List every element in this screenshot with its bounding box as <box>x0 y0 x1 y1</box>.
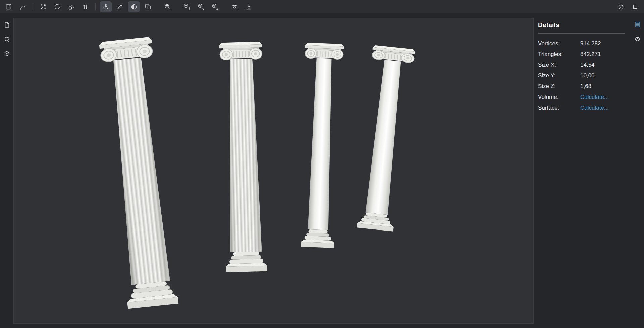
cube-arrow-right-icon <box>212 3 219 10</box>
clip-plane-button[interactable] <box>128 1 140 12</box>
calculate-volume-link[interactable]: Calculate... <box>580 94 609 101</box>
light-theme-button[interactable] <box>615 1 627 12</box>
toolbar-separator <box>95 3 96 10</box>
camera-icon <box>231 3 238 10</box>
drop-to-floor-button[interactable] <box>243 1 255 12</box>
details-panel-button[interactable] <box>633 19 643 29</box>
draw-line-button[interactable] <box>114 1 126 12</box>
fit-view-icon <box>40 3 47 10</box>
left-sidebar <box>0 13 13 328</box>
cube-arrow-down-icon <box>183 3 191 10</box>
curve-path-button[interactable] <box>16 1 29 12</box>
detail-label: Size Y: <box>538 72 580 79</box>
detail-row-size-y: Size Y: 10,00 <box>538 70 625 81</box>
detail-value: 14,54 <box>580 62 595 68</box>
column-mesh-3[interactable] <box>298 43 344 248</box>
copy-icon <box>145 3 152 10</box>
moon-icon <box>632 3 639 10</box>
detail-label: Triangles: <box>538 51 580 58</box>
column-mesh-1[interactable] <box>99 37 179 309</box>
cube-arrow-out-icon <box>198 3 205 10</box>
detail-row-size-z: Size Z: 1,68 <box>538 81 625 92</box>
app-window: Details Vertices: 914.282 Triangles: 842… <box>0 0 644 328</box>
zoom-box-icon <box>164 3 171 10</box>
align-floor-icon <box>245 3 252 10</box>
right-strip <box>631 13 644 328</box>
open-scene-button[interactable] <box>2 1 14 12</box>
files-panel-button[interactable] <box>2 20 12 30</box>
curve-arrow-icon <box>19 3 26 10</box>
detail-label: Surface: <box>538 105 580 111</box>
pivot-anchor-icon <box>102 3 109 10</box>
pivot-button[interactable] <box>100 1 112 12</box>
cube-icon <box>3 50 10 57</box>
copy-button[interactable] <box>142 1 154 12</box>
fit-view-button[interactable] <box>37 1 49 12</box>
object-import-button[interactable] <box>181 1 193 12</box>
details-title: Details <box>538 21 625 34</box>
column-mesh-2[interactable] <box>219 42 268 272</box>
detail-value: 842.271 <box>580 51 601 58</box>
toolbar-separator <box>33 3 33 10</box>
detail-value: 914.282 <box>580 40 601 47</box>
swap-axes-button[interactable] <box>79 1 91 12</box>
column-mesh-4[interactable] <box>354 45 416 232</box>
calculate-surface-link[interactable]: Calculate... <box>580 105 609 111</box>
detail-row-volume: Volume: Calculate... <box>538 92 625 103</box>
settings-button[interactable] <box>633 34 643 44</box>
details-panel: Details Vertices: 914.282 Triangles: 842… <box>534 13 631 113</box>
detail-row-surface: Surface: Calculate... <box>538 103 625 113</box>
detail-label: Vertices: <box>538 40 580 47</box>
detail-row-vertices: Vertices: 914.282 <box>538 38 625 49</box>
file-icon <box>3 21 10 28</box>
object-transfer-button[interactable] <box>209 1 221 12</box>
detail-row-size-x: Size X: 14,54 <box>538 60 625 70</box>
detail-value: 10,00 <box>580 72 595 79</box>
open-scene-icon <box>5 3 12 10</box>
rotate-view-button[interactable] <box>51 1 63 12</box>
pen-icon <box>116 3 123 10</box>
top-toolbar <box>0 0 644 13</box>
zoom-region-button[interactable] <box>161 1 173 12</box>
detail-value: 1,68 <box>580 83 591 90</box>
detail-row-triangles: Triangles: 842.271 <box>538 49 625 60</box>
rotate-view-icon <box>54 3 61 10</box>
object-export-button[interactable] <box>195 1 207 12</box>
document-lines-icon <box>634 21 641 28</box>
swap-vertical-icon <box>82 3 89 10</box>
objects-panel-button[interactable] <box>2 49 12 59</box>
detail-label: Size X: <box>538 62 580 68</box>
gear-icon <box>634 36 641 43</box>
scene-render <box>14 18 533 323</box>
dark-theme-button[interactable] <box>629 1 641 12</box>
details-rows: Vertices: 914.282 Triangles: 842.271 Siz… <box>538 38 625 113</box>
detail-label: Size Z: <box>538 83 580 90</box>
viewport-3d[interactable] <box>13 18 534 324</box>
detail-label: Volume: <box>538 94 580 101</box>
screenshot-button[interactable] <box>228 1 240 12</box>
edit-panel-button[interactable] <box>2 34 12 44</box>
half-sphere-icon <box>130 3 138 10</box>
sun-icon <box>618 3 625 10</box>
shape-edit-icon <box>3 36 10 43</box>
rotate-plane-button[interactable] <box>65 1 77 12</box>
rotate-plane-icon <box>68 3 75 10</box>
